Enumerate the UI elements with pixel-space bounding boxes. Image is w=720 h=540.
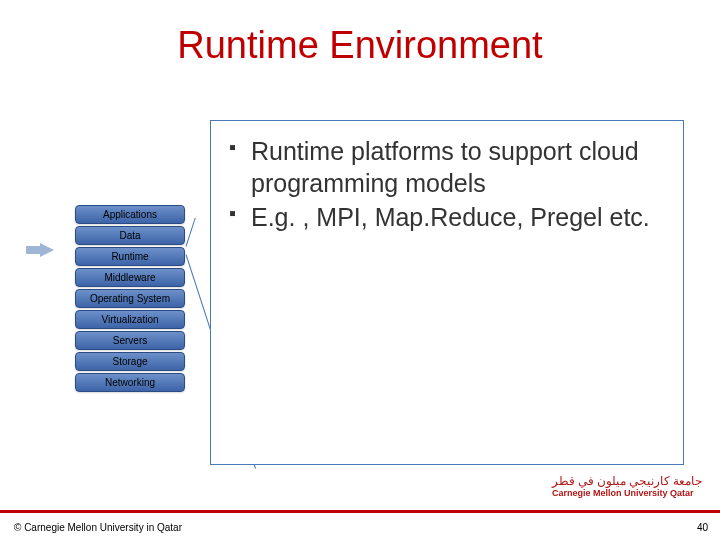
layer-virtualization: Virtualization [75,310,185,329]
layer-servers: Servers [75,331,185,350]
callout-box: Runtime platforms to support cloud progr… [210,120,684,465]
stack-diagram: Applications Data Runtime Middleware Ope… [75,205,185,394]
copyright-text: © Carnegie Mellon University in Qatar [14,522,182,533]
bullet-item: Runtime platforms to support cloud progr… [229,135,665,199]
logo-english: Carnegie Mellon University Qatar [552,489,702,498]
pointer-arrow-icon [40,243,54,257]
layer-runtime: Runtime [75,247,185,266]
callout-connector [186,218,196,247]
footer-bar: © Carnegie Mellon University in Qatar 40 [0,510,720,540]
layer-applications: Applications [75,205,185,224]
page-number: 40 [697,522,708,533]
logo-arabic: جامعة كارنيجي ميلون في قطر [552,474,702,489]
slide-title: Runtime Environment [0,24,720,67]
bullet-item: E.g. , MPI, Map.Reduce, Pregel etc. [229,201,665,233]
layer-storage: Storage [75,352,185,371]
layer-os: Operating System [75,289,185,308]
bullet-list: Runtime platforms to support cloud progr… [229,135,665,233]
layer-data: Data [75,226,185,245]
layer-middleware: Middleware [75,268,185,287]
cmu-qatar-logo: جامعة كارنيجي ميلون في قطر Carnegie Mell… [552,474,702,504]
layer-networking: Networking [75,373,185,392]
